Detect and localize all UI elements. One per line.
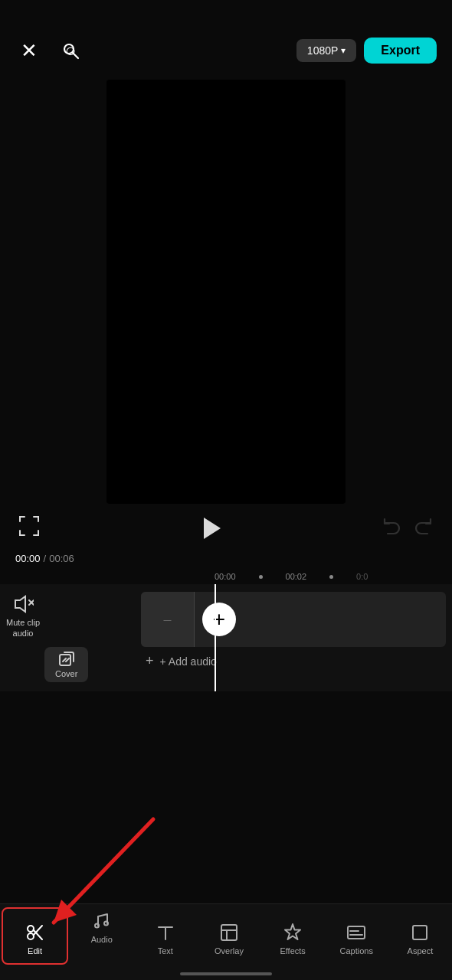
captions-label: Captions xyxy=(340,946,373,956)
ruler-mark-2: 00:02 xyxy=(286,572,307,581)
cover-tool[interactable]: Cover xyxy=(44,647,88,682)
ruler-mark-0: 00:00 xyxy=(215,572,236,581)
edit-label: Edit xyxy=(28,946,42,956)
svg-point-17 xyxy=(104,922,108,926)
svg-marker-2 xyxy=(15,596,25,612)
timeline-ruler: 00:00 00:02 0:0 xyxy=(0,569,452,584)
add-audio-label: + Add audio xyxy=(160,655,217,668)
toolbar-item-aspect[interactable]: Aspect xyxy=(388,904,452,968)
time-separator: / xyxy=(44,553,47,564)
export-button[interactable]: Export xyxy=(364,38,437,64)
timeline-left-tools: Mute clipaudio Cover xyxy=(0,584,138,691)
redo-icon xyxy=(414,516,434,536)
audio-music-icon xyxy=(92,910,112,930)
text-icon xyxy=(156,923,175,942)
svg-point-16 xyxy=(95,924,99,928)
top-bar-left: ✕ ○ xyxy=(15,37,84,64)
resolution-label: 1080P xyxy=(307,44,338,57)
fullscreen-button[interactable] xyxy=(18,515,40,541)
add-clip-button[interactable]: + xyxy=(202,603,236,636)
overlay-icon xyxy=(219,923,239,942)
audio-label: Audio xyxy=(91,935,113,944)
aspect-icon xyxy=(410,923,430,942)
clip-thumbnail: — xyxy=(141,592,195,647)
timeline-time: 00:00 / 00:06 xyxy=(0,551,452,569)
cover-icon xyxy=(58,651,75,668)
toolbar-item-audio[interactable]: Audio xyxy=(70,904,133,968)
captions-icon xyxy=(346,923,366,942)
total-time: 00:06 xyxy=(49,553,74,564)
top-bar-right: 1080P ▾ Export xyxy=(296,38,437,64)
play-button[interactable] xyxy=(195,513,226,544)
play-icon xyxy=(204,518,221,539)
svg-rect-27 xyxy=(413,926,427,939)
svg-rect-24 xyxy=(348,926,365,939)
toolbar-item-edit[interactable]: Edit xyxy=(2,907,68,965)
close-icon: ✕ xyxy=(21,39,38,63)
effects-label: Effects xyxy=(280,946,305,956)
text-label: Text xyxy=(158,946,173,956)
ruler-mark-3: 0:0 xyxy=(356,572,368,581)
overlay-label: Overlay xyxy=(215,946,244,956)
clip-track: — + xyxy=(141,592,446,647)
undo-icon xyxy=(382,516,401,536)
export-label: Export xyxy=(381,44,420,57)
timeline-area: Mute clipaudio Cover — + + + Add audio xyxy=(0,584,452,691)
svg-line-1 xyxy=(73,53,78,58)
add-audio-button[interactable]: + + Add audio xyxy=(138,647,452,675)
bottom-toolbar: Edit Audio Text xyxy=(0,903,452,980)
cover-label: Cover xyxy=(55,669,77,678)
ruler-dot-2 xyxy=(329,575,333,579)
undo-button[interactable] xyxy=(382,516,401,541)
search-button[interactable]: ○ xyxy=(57,37,84,64)
timeline-playhead xyxy=(215,584,216,691)
home-indicator xyxy=(180,972,272,975)
effects-icon xyxy=(283,923,303,942)
aspect-label: Aspect xyxy=(408,946,434,956)
redo-button[interactable] xyxy=(414,516,434,541)
svg-point-10 xyxy=(28,933,34,939)
mute-audio-icon xyxy=(12,593,34,615)
toolbar-item-text[interactable]: Text xyxy=(133,904,197,968)
top-bar: ✕ ○ 1080P ▾ Export xyxy=(0,0,452,77)
current-time: 00:00 xyxy=(15,553,41,564)
svg-rect-20 xyxy=(221,925,237,940)
add-audio-plus-icon: + xyxy=(146,653,154,669)
resolution-button[interactable]: 1080P ▾ xyxy=(296,39,356,62)
svg-point-0 xyxy=(64,44,74,54)
toolbar-item-captions[interactable]: Captions xyxy=(325,904,388,968)
playback-controls xyxy=(0,505,452,551)
video-preview xyxy=(0,80,452,504)
video-canvas xyxy=(106,80,346,504)
clip-thumb-text: — xyxy=(164,616,172,624)
toolbar-item-effects[interactable]: Effects xyxy=(261,904,325,968)
fullscreen-icon xyxy=(18,515,40,537)
search-icon-svg xyxy=(61,41,80,60)
ruler-dot-1 xyxy=(259,575,263,579)
toolbar-item-overlay[interactable]: Overlay xyxy=(197,904,260,968)
resolution-chevron-icon: ▾ xyxy=(341,45,346,56)
close-button[interactable]: ✕ xyxy=(15,37,43,64)
mute-clip-audio-tool[interactable]: Mute clipaudio xyxy=(6,593,40,639)
timeline-right: — + + + Add audio xyxy=(138,584,452,691)
edit-scissors-icon xyxy=(25,923,45,942)
mute-clip-audio-label: Mute clipaudio xyxy=(6,617,40,639)
undo-redo-group xyxy=(382,516,434,541)
svg-point-11 xyxy=(28,926,34,932)
svg-marker-23 xyxy=(285,924,300,939)
